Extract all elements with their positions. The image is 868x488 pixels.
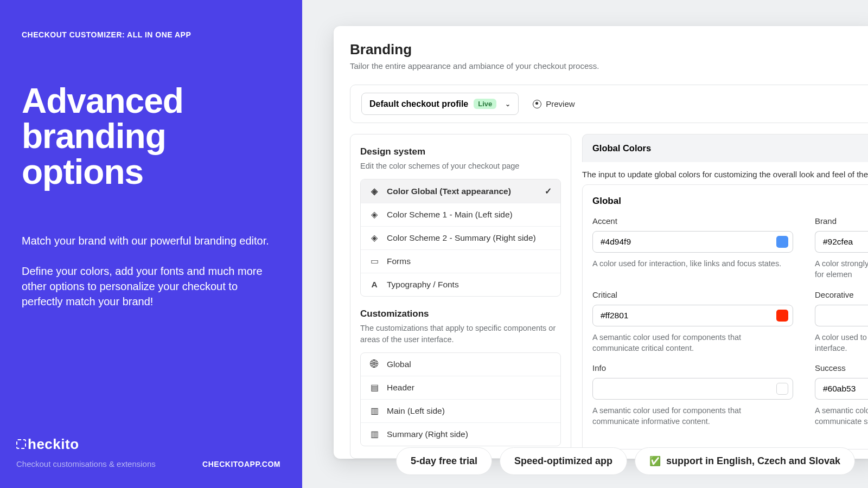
info-help: A semantic color used for components tha…	[592, 405, 755, 427]
critical-input[interactable]: #ff2801	[592, 305, 793, 326]
globe-icon: 🌐︎	[369, 359, 379, 369]
field-label-critical: Critical	[592, 290, 793, 299]
info-input[interactable]	[592, 378, 793, 400]
headline: Advanced branding options	[22, 84, 280, 190]
brand-help: A color strongly used for elemen	[815, 258, 868, 280]
layout-left-icon: ▥	[369, 406, 379, 416]
header-icon: ▤	[369, 383, 379, 393]
critical-swatch[interactable]	[776, 310, 788, 322]
app-area: Branding Tailor the entire appearance an…	[302, 0, 868, 488]
subhead-2: Define your colors, add your fonts and m…	[22, 264, 271, 309]
decorative-help: A color used to h interface.	[815, 332, 868, 354]
global-card-title: Global	[592, 196, 868, 207]
pill-speed: Speed-optimized app	[500, 447, 627, 475]
design-system-title: Design system	[360, 146, 561, 157]
design-item-scheme2[interactable]: ◈ Color Scheme 2 - Summary (Right side)	[361, 226, 560, 249]
accent-input[interactable]: #4d94f9	[592, 231, 793, 253]
logo-icon	[16, 439, 26, 449]
content-panel: Global Colors The input to update global…	[582, 134, 868, 459]
field-label-brand: Brand	[815, 216, 868, 226]
check-icon: ✅	[649, 455, 661, 467]
customizations-sub: The customizations that apply to specifi…	[360, 323, 561, 345]
forms-icon: ▭	[369, 256, 379, 266]
critical-help: A semantic color used for components tha…	[592, 332, 755, 354]
sidebar-panel: Design system Edit the color schemes of …	[350, 134, 571, 459]
paint-icon: ◈	[369, 187, 379, 196]
page-subtitle: Tailor the entire appearance and ambianc…	[350, 61, 868, 70]
logo-tagline: Checkout customisations & extensions	[16, 459, 156, 468]
info-swatch[interactable]	[776, 383, 788, 395]
site-url: CHECKITOAPP.COM	[202, 460, 280, 468]
design-system-sub: Edit the color schemes of your checkout …	[360, 160, 561, 171]
design-item-typography[interactable]: A Typography / Fonts	[361, 273, 560, 296]
success-help: A semantic colo communicate su	[815, 405, 868, 427]
decorative-input[interactable]	[815, 305, 868, 326]
check-icon: ✓	[545, 186, 552, 196]
design-item-forms[interactable]: ▭ Forms	[361, 249, 560, 273]
status-badge: Live	[474, 99, 496, 109]
success-input[interactable]: #60ab53	[815, 378, 868, 400]
logo: heckito	[16, 436, 156, 453]
customizations-title: Customizations	[360, 309, 561, 319]
profile-select[interactable]: Default checkout profile Live ⌄	[361, 93, 519, 115]
custom-item-summary[interactable]: ▥ Summary (Right side)	[361, 422, 560, 446]
paint-icon: ◈	[369, 233, 379, 243]
field-label-decorative: Decorative	[815, 290, 868, 299]
global-colors-card: Global Accent #4d94f9 A color used for i…	[582, 184, 868, 450]
typography-icon: A	[369, 280, 379, 290]
pill-support: ✅ support in English, Czech and Slovak	[635, 447, 855, 475]
design-item-scheme1[interactable]: ◈ Color Scheme 1 - Main (Left side)	[361, 203, 560, 226]
page-title: Branding	[350, 41, 868, 58]
custom-item-global[interactable]: 🌐︎ Global	[361, 353, 560, 376]
global-colors-header: Global Colors	[582, 134, 868, 162]
eye-icon	[533, 100, 541, 108]
brand-input[interactable]: #92cfea	[815, 231, 868, 253]
design-item-color-global[interactable]: ◈ Color Global (Text appearance) ✓	[361, 179, 560, 203]
custom-menu: 🌐︎ Global ▤ Header ▥ Main (Left side)	[360, 352, 561, 446]
feature-pills: 5-day free trial Speed-optimized app ✅ s…	[396, 447, 855, 475]
field-label-success: Success	[815, 363, 868, 373]
field-label-accent: Accent	[592, 216, 793, 226]
profile-label: Default checkout profile	[369, 99, 468, 109]
custom-item-header[interactable]: ▤ Header	[361, 376, 560, 399]
marketing-panel: CHECKOUT CUSTOMIZER: ALL IN ONE APP Adva…	[0, 0, 302, 488]
app-window: Branding Tailor the entire appearance an…	[334, 26, 868, 459]
accent-swatch[interactable]	[776, 236, 788, 248]
paint-icon: ◈	[369, 210, 379, 220]
toolbar: Default checkout profile Live ⌄ Preview	[350, 85, 868, 123]
custom-item-main[interactable]: ▥ Main (Left side)	[361, 399, 560, 422]
design-menu: ◈ Color Global (Text appearance) ✓ ◈ Col…	[360, 179, 561, 297]
field-label-info: Info	[592, 363, 793, 373]
eyebrow: CHECKOUT CUSTOMIZER: ALL IN ONE APP	[22, 30, 280, 39]
global-colors-desc: The input to update global colors for cu…	[582, 162, 868, 184]
accent-help: A color used for interaction, like links…	[592, 258, 793, 269]
layout-right-icon: ▥	[369, 429, 379, 439]
chevron-down-icon: ⌄	[505, 100, 510, 108]
preview-button[interactable]: Preview	[533, 99, 575, 108]
subhead-1: Match your brand with our powerful brand…	[22, 233, 280, 248]
pill-trial: 5-day free trial	[396, 447, 492, 475]
